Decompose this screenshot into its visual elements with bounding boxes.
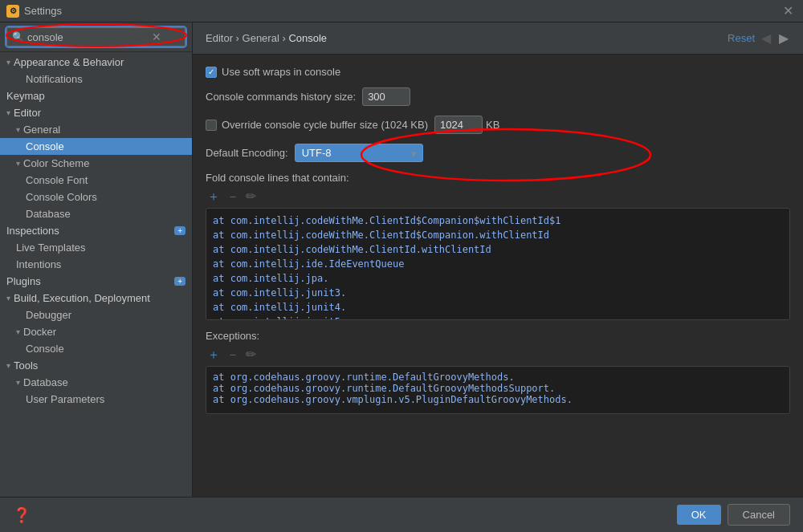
sidebar-item-label: Database: [26, 208, 71, 220]
sidebar-item-label: Console: [26, 343, 64, 355]
fold-add-button[interactable]: ＋: [206, 189, 222, 205]
sidebar-item-appearance[interactable]: ▾ Appearance & Behavior: [0, 54, 192, 71]
sidebar-item-general[interactable]: ▾ General: [0, 121, 192, 138]
soft-wraps-row: ✓ Use soft wraps in console: [206, 66, 790, 78]
exceptions-area: at org.codehaus.groovy.runtime.DefaultGr…: [206, 366, 790, 414]
fold-toolbar: ＋ － ✏: [206, 189, 790, 205]
buffer-text: Override console cycle buffer size (1024…: [222, 119, 428, 131]
fold-line-3: at com.intellij.codeWithMe.ClientId.with…: [213, 242, 783, 257]
exc-remove-button[interactable]: －: [225, 347, 241, 363]
docker-inner: ▾ Docker: [16, 326, 56, 338]
soft-wraps-checkbox[interactable]: ✓: [206, 67, 217, 78]
sidebar-item-label: Database: [23, 376, 68, 388]
encoding-dropdown-wrapper[interactable]: UTF-8 ISO-8859-1 US-ASCII UTF-16: [295, 144, 423, 162]
sidebar-item-label: Docker: [23, 326, 56, 338]
buffer-size-input[interactable]: [434, 116, 483, 134]
close-icon[interactable]: ✕: [780, 3, 797, 18]
soft-wraps-label[interactable]: ✓ Use soft wraps in console: [206, 66, 340, 78]
ok-button[interactable]: OK: [677, 505, 721, 525]
panel-actions: Reset ◀ ▶: [728, 29, 790, 47]
sidebar-item-label: Tools: [14, 359, 38, 372]
exceptions-label: Exceptions:: [206, 330, 790, 342]
sidebar-item-build[interactable]: ▾ Build, Execution, Deployment: [0, 290, 192, 307]
panel-content: ✓ Use soft wraps in console Console comm…: [193, 55, 803, 497]
right-panel: Editor › General › Console Reset ◀ ▶ ✓ U…: [193, 22, 803, 497]
buffer-checkbox[interactable]: [206, 120, 217, 131]
sidebar-item-database2[interactable]: ▾ Database: [0, 374, 192, 391]
search-input[interactable]: [27, 31, 152, 43]
sidebar-item-live-templates[interactable]: Live Templates: [0, 239, 192, 256]
history-size-input[interactable]: [362, 87, 410, 106]
sidebar-item-console-colors[interactable]: Console Colors: [0, 189, 192, 205]
buffer-unit: KB: [486, 119, 499, 131]
color-scheme-inner: ▾ Color Scheme: [16, 157, 89, 169]
history-size-label: Console commands history size:: [206, 91, 356, 103]
reset-button[interactable]: Reset: [728, 32, 755, 44]
sidebar-item-label: Plugins: [6, 275, 41, 287]
fold-line-4: at com.intellij.ide.IdeEventQueue: [213, 257, 783, 271]
exc-line-1: at org.codehaus.groovy.runtime.DefaultGr…: [213, 372, 783, 383]
bottom-bar: ❓ OK Cancel: [0, 497, 803, 532]
search-box: 🔍 ✕: [0, 22, 192, 52]
fold-line-8: at com.intellij.junit5.: [213, 315, 783, 320]
fold-edit-button[interactable]: ✏: [244, 189, 258, 205]
title-bar: ⚙ Settings ✕: [0, 0, 803, 22]
sidebar-item-label: Console Colors: [26, 191, 97, 203]
fold-remove-button[interactable]: －: [225, 189, 241, 205]
forward-button[interactable]: ▶: [777, 29, 790, 47]
chevron-icon: ▾: [16, 125, 20, 134]
sidebar-item-intentions[interactable]: Intentions: [0, 256, 192, 273]
sidebar-item-notifications[interactable]: Notifications: [0, 71, 192, 87]
exc-edit-button[interactable]: ✏: [244, 347, 258, 363]
window-title: Settings: [24, 5, 780, 17]
sidebar-item-label: User Parameters: [26, 393, 104, 405]
sidebar-item-console[interactable]: Console: [0, 138, 192, 155]
sidebar-item-label: Inspections: [6, 225, 59, 237]
sidebar-item-color-scheme[interactable]: ▾ Color Scheme: [0, 155, 192, 172]
fold-line-5: at com.intellij.jpa.: [213, 271, 783, 286]
sidebar-item-docker-console[interactable]: Console: [0, 340, 192, 357]
fold-section: Fold console lines that contain: ＋ － ✏ a…: [206, 172, 790, 320]
sidebar-item-label: Intentions: [16, 258, 61, 270]
sidebar-item-database[interactable]: Database: [0, 205, 192, 222]
sidebar-item-editor[interactable]: ▾ Editor: [0, 104, 192, 121]
chevron-icon: ▾: [16, 159, 20, 168]
fold-label: Fold console lines that contain:: [206, 172, 790, 184]
sidebar-item-label: Notifications: [26, 73, 83, 85]
sidebar: 🔍 ✕ ▾ Appearance & Behavior Notification…: [0, 22, 193, 497]
sidebar-item-tools[interactable]: ▾ Tools: [0, 357, 192, 374]
inspections-badge: +: [174, 226, 185, 235]
encoding-label: Default Encoding:: [206, 147, 288, 159]
cancel-button[interactable]: Cancel: [728, 504, 790, 526]
chevron-icon: ▾: [6, 108, 10, 117]
sidebar-item-label: Debugger: [26, 309, 71, 321]
search-icon: 🔍: [12, 31, 24, 43]
buffer-label[interactable]: Override console cycle buffer size (1024…: [206, 119, 428, 131]
sidebar-item-docker[interactable]: ▾ Docker: [0, 323, 192, 340]
clear-icon[interactable]: ✕: [152, 30, 161, 43]
sidebar-item-plugins[interactable]: Plugins +: [0, 273, 192, 290]
sidebar-item-console-font[interactable]: Console Font: [0, 172, 192, 189]
back-button[interactable]: ◀: [760, 29, 772, 47]
breadcrumb-part-general: General: [243, 32, 279, 44]
sidebar-item-label: Console Font: [26, 174, 88, 186]
exc-add-button[interactable]: ＋: [206, 347, 222, 363]
sidebar-item-label: General: [23, 124, 60, 136]
sidebar-item-label: Console: [26, 140, 64, 152]
exceptions-section: Exceptions: ＋ － ✏ at org.codehaus.groovy…: [206, 330, 790, 414]
chevron-icon: ▾: [6, 58, 10, 67]
sidebar-item-debugger[interactable]: Debugger: [0, 307, 192, 323]
sidebar-item-user-params[interactable]: User Parameters: [0, 391, 192, 408]
chevron-icon: ▾: [6, 361, 10, 370]
sidebar-item-keymap[interactable]: Keymap: [0, 87, 192, 104]
sidebar-item-inspections[interactable]: Inspections +: [0, 222, 192, 239]
tree-section: ▾ Appearance & Behavior Notifications Ke…: [0, 52, 192, 409]
chevron-icon: ▾: [16, 327, 20, 336]
breadcrumb-current: Console: [288, 32, 327, 44]
encoding-dropdown[interactable]: UTF-8 ISO-8859-1 US-ASCII UTF-16: [295, 144, 423, 162]
plugins-badge: +: [174, 277, 185, 286]
search-wrapper[interactable]: 🔍 ✕: [6, 27, 185, 47]
help-icon[interactable]: ❓: [13, 506, 31, 524]
panel-header: Editor › General › Console Reset ◀ ▶: [193, 22, 803, 55]
breadcrumb: Editor › General › Console: [206, 32, 327, 44]
